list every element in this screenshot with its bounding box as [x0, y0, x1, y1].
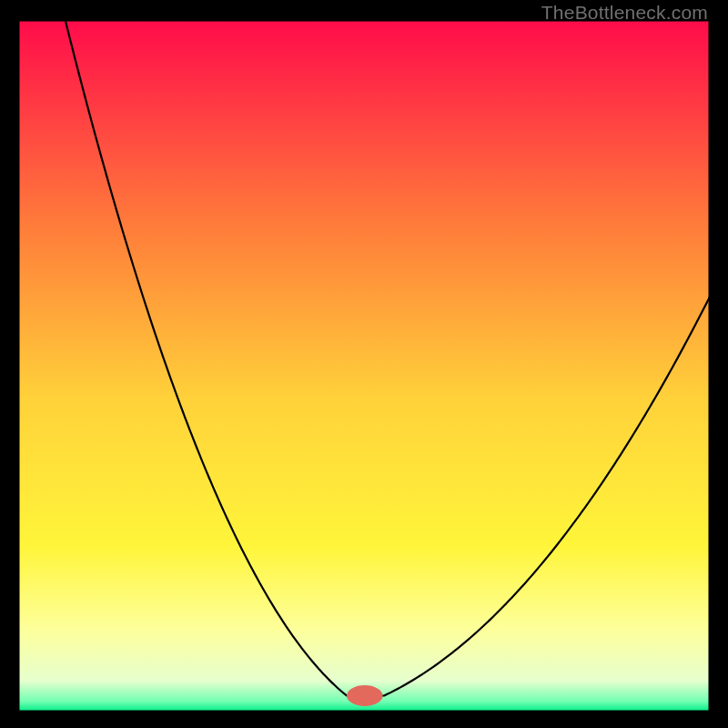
chart-container: TheBottleneck.com — [0, 0, 728, 728]
bottleneck-chart — [0, 0, 728, 728]
watermark: TheBottleneck.com — [541, 2, 708, 24]
